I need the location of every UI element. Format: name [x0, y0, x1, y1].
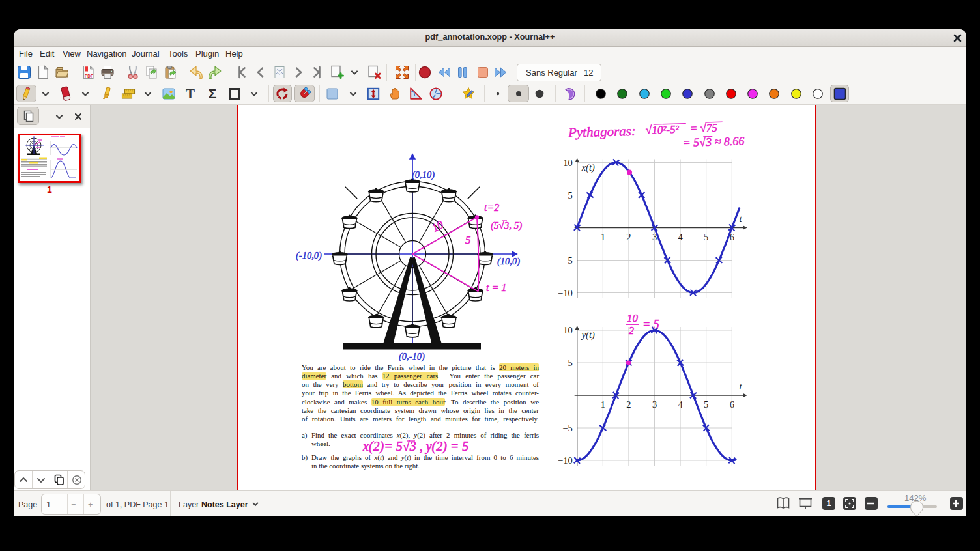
svg-text:Pythagoras:: Pythagoras: [568, 123, 636, 141]
svg-text:2: 2 [629, 325, 634, 336]
svg-text:y(t): y(t) [581, 330, 595, 341]
svg-text:t = 1: t = 1 [486, 282, 506, 293]
svg-text:(0,10): (0,10) [412, 169, 435, 180]
svg-text:6: 6 [730, 399, 734, 410]
svg-text:3: 3 [652, 399, 657, 410]
svg-text:t: t [739, 381, 742, 391]
svg-text:(10,0): (10,0) [497, 256, 520, 267]
svg-text:t=2: t=2 [484, 202, 499, 213]
svg-text:5: 5 [704, 399, 708, 410]
svg-text:t: t [739, 214, 742, 224]
svg-text:(0,-10): (0,-10) [399, 351, 425, 362]
svg-text:5: 5 [568, 358, 572, 368]
svg-text:√10²-5²: √10²-5² [646, 123, 680, 136]
svg-text:(5√3, 5): (5√3, 5) [491, 220, 522, 231]
svg-text:10: 10 [563, 158, 573, 168]
svg-text:4: 4 [678, 399, 683, 410]
svg-text:10: 10 [627, 312, 639, 324]
svg-text:−10: −10 [558, 288, 573, 298]
svg-text:x(t): x(t) [581, 162, 595, 173]
svg-text:2: 2 [626, 232, 631, 242]
svg-text:−5: −5 [562, 255, 572, 266]
svg-text:−5: −5 [562, 423, 572, 433]
svg-text:5: 5 [568, 190, 572, 201]
svg-text:= √75: = √75 [690, 121, 718, 134]
svg-text:1: 1 [601, 399, 605, 410]
svg-text:−10: −10 [558, 455, 573, 466]
svg-text:10: 10 [563, 325, 573, 335]
svg-text:5: 5 [465, 234, 471, 246]
svg-text:PDF: PDF [85, 74, 93, 78]
svg-text:5: 5 [704, 232, 708, 242]
svg-text:= 5√3 ≈ 8.66: = 5√3 ≈ 8.66 [682, 134, 744, 148]
svg-text:Σ: Σ [208, 86, 216, 101]
svg-text:(-10,0): (-10,0) [296, 250, 322, 261]
svg-text:= 5: = 5 [642, 318, 659, 331]
svg-text:4: 4 [678, 232, 683, 242]
svg-text:2: 2 [626, 399, 631, 410]
svg-text:1: 1 [601, 232, 605, 242]
svg-text:T: T [186, 86, 195, 102]
